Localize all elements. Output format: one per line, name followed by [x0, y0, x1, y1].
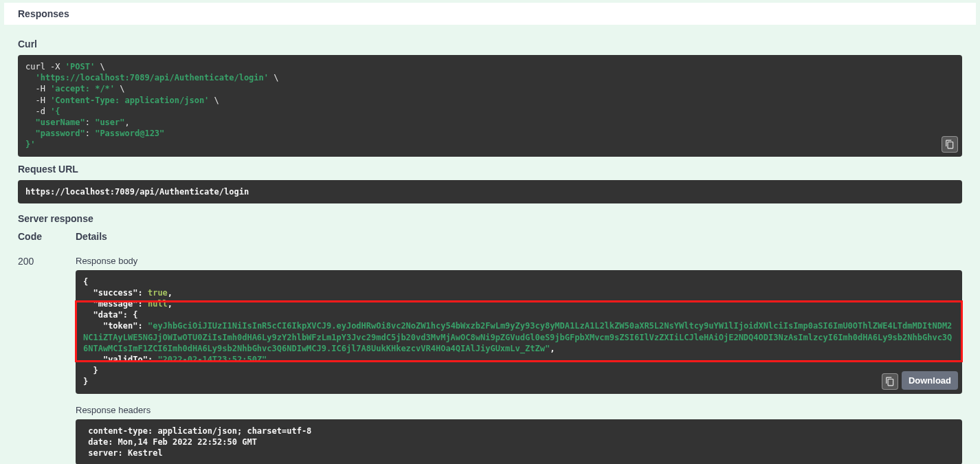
response-row: 200 Response body { "success": true, "me… — [18, 256, 962, 464]
response-headers-text: content-type: application/json; charset=… — [83, 426, 955, 459]
responses-title: Responses — [18, 8, 962, 19]
clipboard-icon — [945, 140, 955, 149]
curl-label: Curl — [18, 38, 962, 49]
response-headers-block: content-type: application/json; charset=… — [76, 419, 962, 464]
copy-curl-button[interactable] — [942, 136, 958, 153]
copy-response-body-button[interactable] — [882, 373, 898, 390]
request-url-label: Request URL — [18, 164, 962, 175]
responses-header: Responses — [4, 3, 976, 25]
download-button[interactable]: Download — [902, 371, 958, 390]
response-table-head: Code Details — [18, 231, 962, 242]
details-column-header: Details — [76, 231, 962, 242]
clipboard-icon — [885, 377, 895, 386]
response-body-label: Response body — [76, 256, 962, 266]
code-column-header: Code — [18, 231, 76, 242]
request-url-value: https://localhost:7089/api/Authenticate/… — [25, 187, 249, 197]
response-body-block: { "success": true, "message": null, "dat… — [76, 270, 962, 394]
server-response-label: Server response — [18, 213, 962, 224]
request-url-block: https://localhost:7089/api/Authenticate/… — [18, 180, 962, 203]
curl-code-block: curl -X 'POST' \ 'https://localhost:7089… — [18, 55, 962, 157]
response-headers-label: Response headers — [76, 405, 962, 415]
status-code: 200 — [18, 256, 76, 267]
